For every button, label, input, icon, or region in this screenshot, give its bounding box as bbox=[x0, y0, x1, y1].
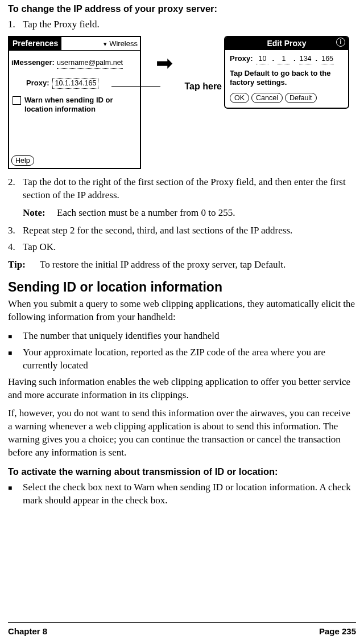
help-button[interactable]: Help bbox=[11, 155, 34, 166]
note-text: Each section must be a number from 0 to … bbox=[57, 207, 235, 220]
footer-right: Page 235 bbox=[319, 626, 356, 637]
bullet-text: The number that uniquely identifies your… bbox=[23, 330, 356, 343]
step-number: 2. bbox=[8, 176, 23, 202]
bullet-text: Your approximate location, reported as t… bbox=[23, 346, 356, 372]
page-footer: Chapter 8 Page 235 bbox=[8, 622, 356, 637]
ok-button[interactable]: OK bbox=[230, 93, 249, 103]
proxy-field[interactable]: 10.1.134.165 bbox=[52, 78, 98, 89]
step-2: 2. Tap the dot to the right of the first… bbox=[8, 176, 356, 202]
warn-checkbox[interactable] bbox=[13, 96, 21, 105]
subsection-heading: Sending ID or location information bbox=[8, 278, 356, 296]
paragraph: When you submit a query to some web clip… bbox=[8, 298, 356, 324]
section-heading: To change the IP address of your proxy s… bbox=[8, 2, 356, 15]
bullet-square-icon: ■ bbox=[8, 481, 23, 507]
step-3: 3. Repeat step 2 for the second, third, … bbox=[8, 224, 356, 237]
ip-segment-2[interactable]: 1 bbox=[278, 54, 290, 64]
tip-text: To restore the initial IP address of the… bbox=[40, 259, 286, 272]
ip-segment-4[interactable]: 165 bbox=[321, 54, 334, 64]
footer-left: Chapter 8 bbox=[8, 626, 47, 637]
note-label: Note: bbox=[23, 207, 57, 220]
bullet-text: Select the check box next to Warn when s… bbox=[23, 481, 356, 507]
warn-checkbox-label: Warn when sending ID or location informa… bbox=[24, 96, 136, 114]
paragraph: If, however, you do not want to send thi… bbox=[8, 407, 356, 460]
ip-segment-3[interactable]: 134 bbox=[299, 54, 312, 64]
bullet-item: ■ The number that uniquely identifies yo… bbox=[8, 330, 356, 343]
imessenger-label: iMessenger: bbox=[11, 58, 55, 68]
step-text: Tap the Proxy field. bbox=[23, 18, 356, 31]
arrow-column: ➡ Tap here bbox=[146, 36, 220, 73]
edit-proxy-title-text: Edit Proxy bbox=[267, 39, 306, 48]
edit-proxy-message: Tap Default to go back to the factory se… bbox=[230, 69, 344, 88]
step-number: 4. bbox=[8, 241, 23, 254]
edit-proxy-title: Edit Proxy i bbox=[225, 37, 348, 50]
bullet-square-icon: ■ bbox=[8, 346, 23, 372]
bullet-square-icon: ■ bbox=[8, 330, 23, 343]
section-heading: To activate the warning about transmissi… bbox=[8, 465, 356, 478]
callout-line bbox=[111, 86, 160, 87]
edit-proxy-dialog: Edit Proxy i Proxy: 10 . 1 . 134 . 165 T… bbox=[224, 36, 349, 109]
default-button[interactable]: Default bbox=[285, 93, 317, 103]
arrow-right-icon: ➡ bbox=[156, 53, 220, 73]
proxy-label: Proxy: bbox=[26, 78, 49, 88]
tip-row: Tip: To restore the initial IP address o… bbox=[8, 259, 356, 272]
cancel-button[interactable]: Cancel bbox=[251, 93, 283, 103]
ip-dot[interactable]: . bbox=[316, 54, 318, 64]
bullet-item: ■ Your approximate location, reported as… bbox=[8, 346, 356, 372]
tip-label: Tip: bbox=[8, 259, 40, 272]
step-text: Tap the dot to the right of the first se… bbox=[23, 176, 356, 202]
imessenger-value[interactable]: username@palm.net bbox=[57, 58, 123, 69]
tap-here-label: Tap here bbox=[185, 80, 222, 93]
figure-row: Preferences Wireless iMessenger: usernam… bbox=[8, 36, 356, 169]
step-text: Repeat step 2 for the second, third, and… bbox=[23, 224, 356, 237]
preferences-menu[interactable]: Wireless bbox=[61, 37, 140, 50]
step-4: 4. Tap OK. bbox=[8, 241, 356, 254]
step-1: 1. Tap the Proxy field. bbox=[8, 18, 356, 31]
note-row: Note: Each section must be a number from… bbox=[23, 207, 356, 220]
edit-proxy-label: Proxy: bbox=[230, 54, 253, 64]
step-number: 3. bbox=[8, 224, 23, 237]
ip-segment-1[interactable]: 10 bbox=[256, 54, 268, 64]
step-text: Tap OK. bbox=[23, 241, 356, 254]
preferences-title: Preferences bbox=[9, 37, 61, 50]
ip-dot[interactable]: . bbox=[293, 54, 296, 64]
bullet-item: ■ Select the check box next to Warn when… bbox=[8, 481, 356, 507]
paragraph: Having such information enables the web … bbox=[8, 376, 356, 402]
ip-dot[interactable]: . bbox=[272, 54, 274, 64]
info-icon[interactable]: i bbox=[336, 38, 345, 47]
preferences-screen: Preferences Wireless iMessenger: usernam… bbox=[8, 36, 141, 169]
step-number: 1. bbox=[8, 18, 23, 31]
